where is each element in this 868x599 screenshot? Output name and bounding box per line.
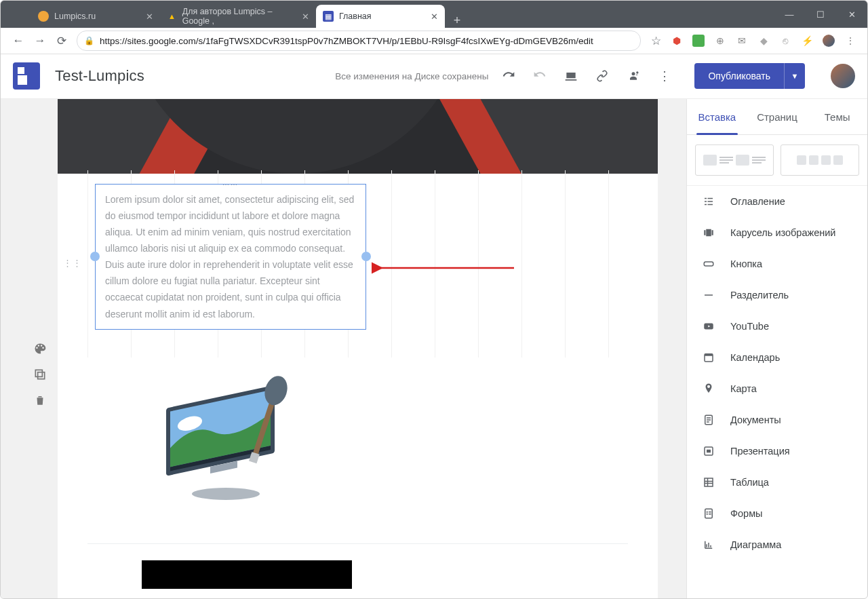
carousel-icon xyxy=(702,226,715,239)
redo-button[interactable] xyxy=(532,68,548,84)
svg-point-28 xyxy=(707,511,708,513)
tab-strip: Lumpics.ru ✕ ▲ Для авторов Lumpics – Goo… xyxy=(1,1,867,28)
canvas[interactable]: ⋮⋮ ⋯⋯ Lorem ipsum dolor sit amet, consec… xyxy=(58,99,658,598)
insert-item-sheets[interactable]: Таблица xyxy=(687,467,867,498)
tab-main[interactable]: ▦ Главная ✕ xyxy=(316,5,445,28)
account-avatar[interactable] xyxy=(831,64,855,88)
delete-icon[interactable] xyxy=(32,392,48,408)
publish-dropdown[interactable]: ▼ xyxy=(784,63,805,89)
close-window-button[interactable]: ✕ xyxy=(836,1,867,28)
sites-app: Test-Lumpics Все изменения на Диске сохр… xyxy=(1,54,867,598)
text-content: Lorem ipsum dolor sit amet, consectetur … xyxy=(105,194,354,320)
close-icon[interactable]: ✕ xyxy=(146,12,153,22)
preview-button[interactable] xyxy=(563,68,579,84)
insert-item-label: Оглавление xyxy=(730,196,785,207)
copy-icon[interactable] xyxy=(32,366,48,383)
extension-icon[interactable]: ⎋ xyxy=(779,35,791,47)
tab-title: Lumpics.ru xyxy=(54,12,96,21)
menu-button[interactable]: ⋮ xyxy=(844,35,856,47)
share-button[interactable] xyxy=(625,68,642,84)
window-controls: — ☐ ✕ xyxy=(774,1,867,28)
insert-item-label: Таблица xyxy=(730,477,769,488)
workspace: ⋮⋮ ⋯⋯ Lorem ipsum dolor sit amet, consec… xyxy=(1,99,867,598)
right-panel: Вставка Страниц Темы ОглавлениеКарусель … xyxy=(686,99,867,598)
app-header: Test-Lumpics Все изменения на Диске сохр… xyxy=(1,54,867,99)
tab-title: Для авторов Lumpics – Google , xyxy=(182,7,296,26)
insert-item-label: Презентация xyxy=(730,446,790,457)
insert-item-forms[interactable]: Формы xyxy=(687,498,867,529)
section-tools xyxy=(32,341,48,408)
insert-item-label: Формы xyxy=(730,508,763,519)
insert-item-label: Карта xyxy=(730,383,757,394)
undo-button[interactable] xyxy=(500,68,517,84)
layout-option[interactable] xyxy=(695,144,774,176)
sites-logo-icon[interactable] xyxy=(13,62,40,90)
tab-lumpics[interactable]: Lumpics.ru ✕ xyxy=(31,5,160,28)
back-button[interactable]: ← xyxy=(7,30,29,52)
maximize-button[interactable]: ☐ xyxy=(805,1,836,28)
resize-handle-right[interactable] xyxy=(361,252,371,261)
url-field[interactable]: 🔒 https://sites.google.com/s/1faFgTWSXDC… xyxy=(77,31,641,51)
close-icon[interactable]: ✕ xyxy=(302,12,309,22)
calendar-icon xyxy=(702,351,715,364)
insert-list: ОглавлениеКарусель изображенийКнопкаРазд… xyxy=(687,186,867,598)
insert-item-carousel[interactable]: Карусель изображений xyxy=(687,217,867,248)
insert-item-label: Кнопка xyxy=(730,258,762,269)
insert-item-label: YouTube xyxy=(730,321,769,332)
svg-point-29 xyxy=(707,514,708,515)
save-status: Все изменения на Диске сохранены xyxy=(335,71,488,81)
insert-item-label: Карусель изображений xyxy=(730,227,835,238)
minimize-button[interactable]: — xyxy=(774,1,805,28)
header-banner[interactable] xyxy=(58,99,658,174)
lock-icon: 🔒 xyxy=(84,36,94,45)
insert-item-divider[interactable]: Разделитель xyxy=(687,279,867,311)
extension-icon[interactable]: ⬢ xyxy=(671,35,683,47)
docs-icon xyxy=(702,413,715,427)
insert-item-toc[interactable]: Оглавление xyxy=(687,186,867,217)
insert-item-label: Разделитель xyxy=(730,290,789,301)
insert-item-docs[interactable]: Документы xyxy=(687,404,867,436)
new-tab-button[interactable]: + xyxy=(448,14,467,28)
close-icon[interactable]: ✕ xyxy=(431,12,438,22)
insert-item-youtube[interactable]: YouTube xyxy=(687,311,867,342)
annotation-arrow xyxy=(372,262,521,276)
link-button[interactable] xyxy=(594,68,610,84)
more-button[interactable]: ⋮ xyxy=(656,68,673,84)
extension-icon[interactable]: ⚡ xyxy=(801,35,813,47)
drag-handle-icon[interactable]: ⋯⋯ xyxy=(222,179,239,191)
forms-icon xyxy=(702,507,715,520)
svg-point-14 xyxy=(192,488,260,500)
canvas-area: ⋮⋮ ⋯⋯ Lorem ipsum dolor sit amet, consec… xyxy=(1,99,686,598)
insert-item-chart[interactable]: Диаграмма xyxy=(687,529,867,560)
extension-icon[interactable]: ◆ xyxy=(757,35,770,47)
tab-drive[interactable]: ▲ Для авторов Lumpics – Google , ✕ xyxy=(160,5,316,28)
extension-icons: ⬢ ⊕ ✉ ◆ ⎋ ⚡ ⋮ xyxy=(667,35,861,47)
forward-button[interactable]: → xyxy=(29,30,51,52)
tab-insert[interactable]: Вставка xyxy=(687,99,747,134)
doc-title[interactable]: Test-Lumpics xyxy=(55,67,144,85)
extension-icon[interactable]: ⊕ xyxy=(714,35,726,47)
content-block[interactable] xyxy=(142,560,352,589)
publish-button[interactable]: Опубликовать xyxy=(694,63,784,89)
svg-rect-22 xyxy=(705,354,713,356)
insert-item-button[interactable]: Кнопка xyxy=(687,248,867,279)
tab-title: Главная xyxy=(339,12,372,21)
extension-icon[interactable] xyxy=(692,35,705,47)
row-drag-handle[interactable]: ⋮⋮ xyxy=(63,258,82,268)
image-block[interactable] xyxy=(153,370,302,506)
resize-handle-left[interactable] xyxy=(90,252,100,261)
insert-item-slides[interactable]: Презентация xyxy=(687,436,867,467)
tab-pages[interactable]: Страниц xyxy=(747,99,808,134)
insert-item-map[interactable]: Карта xyxy=(687,373,867,404)
youtube-icon xyxy=(702,320,715,333)
bookmark-button[interactable]: ☆ xyxy=(645,30,667,52)
extension-icon[interactable] xyxy=(823,35,835,47)
insert-item-calendar[interactable]: Календарь xyxy=(687,342,867,373)
text-block[interactable]: ⋯⋯ Lorem ipsum dolor sit amet, consectet… xyxy=(95,184,366,330)
layout-option[interactable] xyxy=(781,144,859,176)
palette-icon[interactable] xyxy=(32,341,48,357)
extension-icon[interactable]: ✉ xyxy=(736,35,748,47)
reload-button[interactable]: ⟳ xyxy=(51,30,73,52)
tab-themes[interactable]: Темы xyxy=(807,99,867,134)
publish-button-group: Опубликовать ▼ xyxy=(694,63,805,89)
